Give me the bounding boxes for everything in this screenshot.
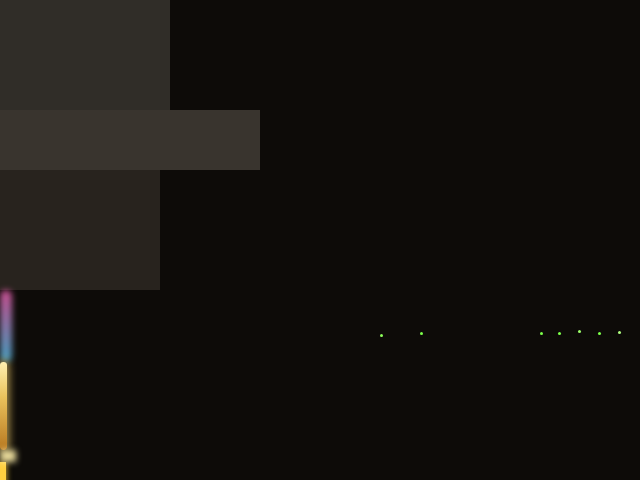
- night-sky: [0, 0, 640, 350]
- distant-ride-lights: [0, 290, 12, 362]
- drop-tower: [0, 362, 7, 450]
- shore-lamp-dots: [540, 332, 543, 335]
- carnival-light-trail: [0, 462, 6, 480]
- desktop-screen: 我的文档 我的电脑 网上邻居 回收站 e Internet 桌酷主题Desk.Z…: [0, 0, 640, 480]
- wallpaper: [0, 0, 640, 480]
